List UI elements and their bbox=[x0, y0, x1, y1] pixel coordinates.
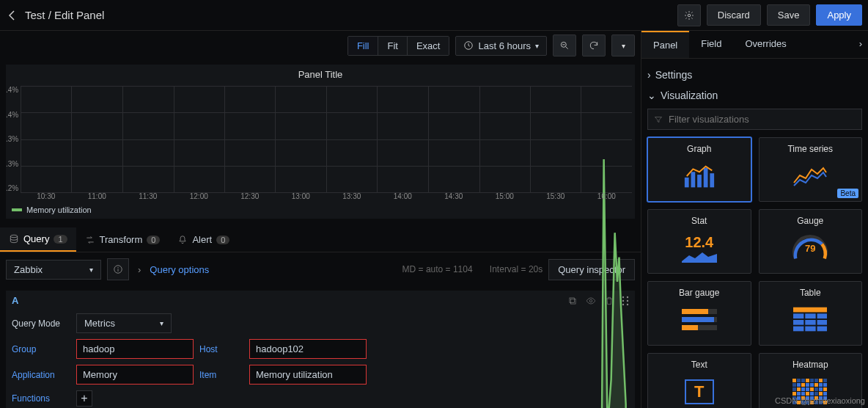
time-range-label: Last 6 hours bbox=[478, 40, 531, 51]
table-icon bbox=[793, 302, 827, 338]
clock-icon bbox=[463, 40, 474, 51]
stat-icon: 12.4 bbox=[682, 230, 717, 266]
alert-count-badge: 0 bbox=[216, 236, 229, 244]
svg-rect-54 bbox=[801, 387, 805, 391]
side-tab-overflow[interactable]: › bbox=[853, 31, 868, 58]
text-icon: T bbox=[685, 374, 714, 408]
side-tab-panel[interactable]: Panel bbox=[641, 31, 689, 58]
svg-rect-65 bbox=[814, 392, 818, 396]
chevron-down-icon: ⌄ bbox=[647, 90, 656, 101]
query-ref-id[interactable]: A bbox=[12, 295, 18, 306]
bar-gauge-icon bbox=[682, 302, 717, 338]
visualization-filter[interactable] bbox=[647, 109, 862, 130]
tab-query[interactable]: Query 1 bbox=[0, 227, 76, 252]
svg-rect-53 bbox=[797, 387, 801, 391]
svg-rect-45 bbox=[797, 383, 801, 387]
svg-rect-26 bbox=[793, 307, 827, 313]
viz-stat[interactable]: Stat 12.4 bbox=[647, 209, 751, 274]
viz-time-series[interactable]: Time series Beta bbox=[759, 137, 863, 202]
svg-rect-24 bbox=[682, 325, 698, 330]
svg-rect-64 bbox=[810, 392, 814, 396]
chevron-right-icon: › bbox=[647, 69, 651, 81]
svg-rect-52 bbox=[792, 387, 796, 391]
svg-rect-34 bbox=[806, 327, 816, 332]
viz-bar-gauge[interactable]: Bar gauge bbox=[647, 281, 751, 346]
svg-rect-39 bbox=[806, 379, 809, 382]
panel-settings-button[interactable] bbox=[677, 4, 701, 26]
svg-rect-30 bbox=[793, 320, 803, 325]
svg-rect-55 bbox=[806, 387, 809, 391]
svg-rect-46 bbox=[801, 383, 805, 387]
apply-button[interactable]: Apply bbox=[816, 4, 862, 26]
svg-rect-18 bbox=[704, 168, 708, 188]
svg-rect-47 bbox=[806, 383, 809, 387]
query-count-badge: 1 bbox=[54, 235, 67, 244]
refresh-interval-dropdown[interactable]: ▾ bbox=[611, 34, 635, 57]
side-tab-field[interactable]: Field bbox=[689, 31, 733, 58]
save-button[interactable]: Save bbox=[767, 4, 811, 26]
svg-rect-41 bbox=[814, 379, 818, 382]
back-arrow-icon[interactable] bbox=[6, 10, 18, 21]
svg-rect-20 bbox=[682, 309, 708, 314]
svg-rect-33 bbox=[793, 327, 803, 332]
svg-rect-29 bbox=[817, 313, 827, 318]
table-fill-mode-group: Fill Fit Exact bbox=[347, 36, 450, 56]
time-range-picker[interactable]: Last 6 hours ▾ bbox=[455, 36, 547, 56]
svg-rect-51 bbox=[823, 383, 827, 387]
svg-rect-28 bbox=[806, 313, 816, 318]
section-visualization[interactable]: ⌄ Visualization bbox=[647, 85, 862, 106]
svg-rect-19 bbox=[710, 173, 714, 187]
graph-icon bbox=[683, 159, 716, 194]
zoom-out-button[interactable] bbox=[553, 34, 576, 57]
watermark: CSDN @jizhidexiaoxiong bbox=[775, 396, 865, 405]
time-series-icon bbox=[792, 159, 828, 194]
svg-rect-43 bbox=[823, 379, 827, 382]
svg-rect-23 bbox=[714, 317, 717, 322]
gauge-icon: 79 bbox=[790, 230, 830, 266]
fill-mode-fill[interactable]: Fill bbox=[348, 37, 379, 55]
fill-mode-fit[interactable]: Fit bbox=[378, 37, 407, 55]
svg-rect-16 bbox=[691, 172, 695, 187]
chart-panel: Panel Title .4% .4% .3% .3% .2% bbox=[6, 65, 635, 219]
viz-gauge[interactable]: Gauge 79 bbox=[759, 209, 863, 274]
panel-title: Panel Title bbox=[6, 65, 635, 84]
svg-rect-49 bbox=[814, 383, 818, 387]
svg-rect-40 bbox=[810, 379, 814, 382]
svg-rect-25 bbox=[698, 325, 717, 330]
svg-rect-48 bbox=[810, 383, 814, 387]
breadcrumb: Test / Edit Panel bbox=[25, 9, 104, 21]
svg-rect-67 bbox=[823, 392, 827, 396]
side-tab-overrides[interactable]: Overrides bbox=[733, 31, 798, 58]
section-settings[interactable]: › Settings bbox=[647, 65, 862, 85]
beta-badge: Beta bbox=[837, 189, 858, 198]
x-axis: 10:3011:0011:3012:0012:3013:0013:3014:00… bbox=[21, 192, 632, 203]
svg-rect-59 bbox=[823, 387, 827, 391]
refresh-button[interactable] bbox=[582, 34, 606, 57]
svg-rect-17 bbox=[697, 175, 702, 187]
svg-rect-36 bbox=[792, 379, 796, 382]
viz-graph[interactable]: Graph bbox=[647, 137, 751, 202]
viz-table[interactable]: Table bbox=[759, 281, 863, 346]
viz-text[interactable]: Text T bbox=[647, 353, 751, 408]
svg-rect-27 bbox=[793, 313, 803, 318]
tab-alert[interactable]: Alert 0 bbox=[169, 227, 238, 252]
discard-button[interactable]: Discard bbox=[707, 4, 761, 26]
svg-rect-62 bbox=[801, 392, 805, 396]
database-icon bbox=[9, 234, 19, 244]
tab-transform[interactable]: Transform 0 bbox=[76, 227, 169, 252]
visualization-filter-input[interactable] bbox=[669, 114, 856, 125]
svg-point-0 bbox=[688, 14, 691, 17]
svg-rect-61 bbox=[797, 392, 801, 396]
svg-rect-60 bbox=[792, 392, 796, 396]
chevron-down-icon: ▾ bbox=[535, 42, 539, 50]
fill-mode-exact[interactable]: Exact bbox=[408, 37, 449, 55]
svg-rect-38 bbox=[801, 379, 805, 382]
svg-rect-56 bbox=[810, 387, 814, 391]
svg-rect-15 bbox=[685, 178, 689, 187]
svg-rect-44 bbox=[792, 383, 796, 387]
svg-rect-66 bbox=[819, 392, 823, 396]
svg-rect-37 bbox=[797, 379, 801, 382]
bell-icon bbox=[177, 235, 188, 245]
svg-rect-32 bbox=[817, 320, 827, 325]
svg-rect-31 bbox=[806, 320, 816, 325]
